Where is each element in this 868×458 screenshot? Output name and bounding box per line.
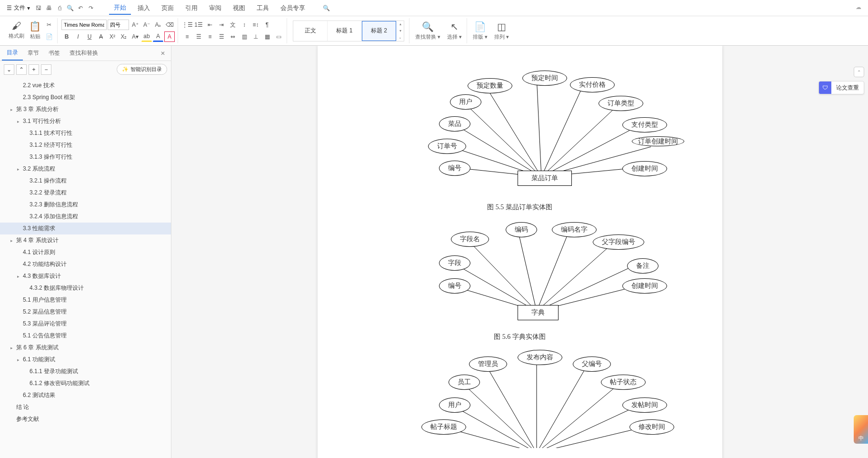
print-preview-icon[interactable]: 🖶 (44, 3, 54, 13)
subscript-button[interactable]: X₂ (119, 31, 129, 42)
menu-review[interactable]: 审阅 (204, 2, 226, 14)
paste-button[interactable]: 📋 粘贴 (27, 20, 43, 41)
style-h2[interactable]: 标题 2 (362, 21, 396, 41)
find-replace-button[interactable]: 🔍 查找替换 ▾ (413, 20, 442, 41)
superscript-button[interactable]: X² (107, 31, 118, 42)
menu-member[interactable]: 会员专享 (276, 2, 310, 14)
cloud-icon[interactable]: ☁ (856, 4, 861, 10)
font-family-select[interactable] (61, 20, 107, 30)
font-annotate-button[interactable]: A (164, 31, 175, 42)
print-icon[interactable]: ⎙ (55, 3, 64, 13)
corner-tab[interactable]: 中 (854, 415, 868, 444)
outline-add[interactable]: + (29, 64, 39, 75)
redo-icon[interactable]: ↷ (86, 3, 96, 13)
tree-item[interactable]: 2.3 Spring Boot 框架 (0, 92, 171, 103)
tree-item[interactable]: ▸第 3 章 系统分析 (0, 103, 171, 115)
tree-item[interactable]: ▸第 6 章 系统测试 (0, 342, 171, 354)
font-color-button[interactable]: A (153, 31, 163, 42)
change-case-icon[interactable]: Aₐ (153, 20, 163, 30)
align-left-icon[interactable]: ≡ (182, 31, 192, 42)
outline-collapse-up[interactable]: ⌃ (16, 64, 27, 75)
align-right-icon[interactable]: ≡ (205, 31, 215, 42)
tree-item[interactable]: 4.1 设计原则 (0, 246, 171, 258)
style-scroll-down[interactable]: ▾ (396, 28, 404, 34)
columns-icon[interactable]: ▥ (239, 31, 249, 42)
show-marks-icon[interactable]: ¶ (262, 20, 272, 30)
menu-insert[interactable]: 插入 (133, 2, 155, 14)
number-list-icon[interactable]: 1☰ (193, 20, 204, 30)
tree-item[interactable]: ▸6.1 功能测试 (0, 354, 171, 366)
text-direction-icon[interactable]: 文 (228, 20, 238, 30)
plagiarism-check-button[interactable]: 🛡 论文查重 (818, 81, 864, 94)
file-menu[interactable]: ☰ 文件 ▾ (4, 3, 33, 13)
tree-item[interactable]: ▸3.2 系统流程 (0, 163, 171, 175)
select-button[interactable]: ↖ 选择 ▾ (445, 20, 464, 41)
layout-button[interactable]: 📄 排版 ▾ (471, 20, 489, 41)
tree-item[interactable]: 3.2.3 删除信息流程 (0, 199, 171, 211)
tree-item[interactable]: ▸3.1 可行性分析 (0, 115, 171, 127)
outline-tab-bookmarks[interactable]: 书签 (44, 46, 65, 60)
clear-format-icon[interactable]: ⌫ (164, 20, 175, 30)
tree-item[interactable]: 2.2 vue 技术 (0, 80, 171, 92)
tree-item[interactable]: 3.1.3 操作可行性 (0, 151, 171, 163)
tree-item[interactable]: 3.1.2 经济可行性 (0, 139, 171, 151)
outline-tab-toc[interactable]: 目录 (2, 46, 23, 61)
outline-expand-down[interactable]: ⌄ (4, 64, 14, 75)
outline-close-button[interactable]: ✕ (157, 48, 169, 59)
menu-references[interactable]: 引用 (180, 2, 202, 14)
tree-item[interactable]: 3.2.4 添加信息流程 (0, 211, 171, 223)
align-justify-icon[interactable]: ☰ (216, 31, 227, 42)
font-size-select[interactable] (108, 20, 129, 30)
outline-tab-find[interactable]: 查找和替换 (65, 46, 103, 60)
menu-tools[interactable]: 工具 (252, 2, 274, 14)
shading-icon[interactable]: ▦ (262, 31, 272, 42)
tree-item[interactable]: 3.3 性能需求 (0, 223, 171, 234)
highlight-button[interactable]: ab (141, 31, 152, 42)
tree-item[interactable]: 参考文献 (0, 413, 171, 425)
smart-detect-toc-button[interactable]: ✨ 智能识别目录 (117, 64, 167, 75)
preview-icon[interactable]: 🔍 (65, 3, 75, 13)
outline-tree[interactable]: 2.2 vue 技术2.3 Spring Boot 框架▸第 3 章 系统分析▸… (0, 78, 171, 458)
distribute-icon[interactable]: ⇔ (228, 31, 238, 42)
style-normal[interactable]: 正文 (293, 21, 328, 41)
menu-view[interactable]: 视图 (228, 2, 250, 14)
tree-item[interactable]: 3.2.1 操作流程 (0, 175, 171, 187)
style-expand[interactable]: ⌄ (396, 34, 404, 41)
menu-page[interactable]: 页面 (157, 2, 179, 14)
tabs-icon[interactable]: ⊥ (250, 31, 261, 42)
tree-item[interactable]: 3.1.1 技术可行性 (0, 127, 171, 139)
tree-item[interactable]: 结 论 (0, 401, 171, 413)
tree-item[interactable]: 5.2 菜品信息管理 (0, 306, 171, 318)
tree-item[interactable]: 6.1.2 修改密码功能测试 (0, 377, 171, 389)
italic-button[interactable]: I (73, 31, 83, 42)
tree-item[interactable]: 6.1.1 登录功能测试 (0, 366, 171, 377)
tree-item[interactable]: 6.2 测试结果 (0, 389, 171, 401)
tree-item[interactable]: 4.2 功能结构设计 (0, 258, 171, 270)
decrease-indent-icon[interactable]: ⇤ (205, 20, 215, 30)
arrange-button[interactable]: ◫ 排列 ▾ (492, 20, 511, 41)
decrease-font-icon[interactable]: A⁻ (141, 20, 152, 30)
increase-indent-icon[interactable]: ⇥ (216, 20, 227, 30)
line-spacing-icon[interactable]: ≡↕ (250, 20, 261, 30)
cut-icon[interactable]: ✂ (44, 20, 54, 30)
undo-icon[interactable]: ↶ (76, 3, 85, 13)
sort-icon[interactable]: ↕ (239, 20, 249, 30)
bullet-list-icon[interactable]: ⋮☰ (182, 20, 192, 30)
style-h1[interactable]: 标题 1 (328, 21, 362, 41)
increase-font-icon[interactable]: A⁺ (130, 20, 140, 30)
tree-item[interactable]: ▸第 4 章 系统设计 (0, 234, 171, 246)
tree-item[interactable]: 5.1 公告信息管理 (0, 330, 171, 342)
borders-icon[interactable]: ▭ (273, 31, 284, 42)
underline-button[interactable]: U (84, 31, 95, 42)
font-effects-button[interactable]: A▾ (130, 31, 140, 42)
tree-item[interactable]: ▸4.3 数据库设计 (0, 270, 171, 282)
outline-tab-chapters[interactable]: 章节 (23, 46, 44, 60)
copy-icon[interactable]: 📄 (44, 31, 54, 42)
strikethrough-button[interactable]: A̶ (96, 31, 106, 42)
style-scroll-up[interactable]: ▴ (396, 21, 404, 28)
tree-item[interactable]: 5.1 用户信息管理 (0, 294, 171, 306)
tree-item[interactable]: 4.3.2 数据库物理设计 (0, 282, 171, 294)
outline-remove[interactable]: − (41, 64, 51, 75)
bold-button[interactable]: B (61, 31, 72, 42)
search-icon[interactable]: 🔍 (321, 3, 331, 13)
